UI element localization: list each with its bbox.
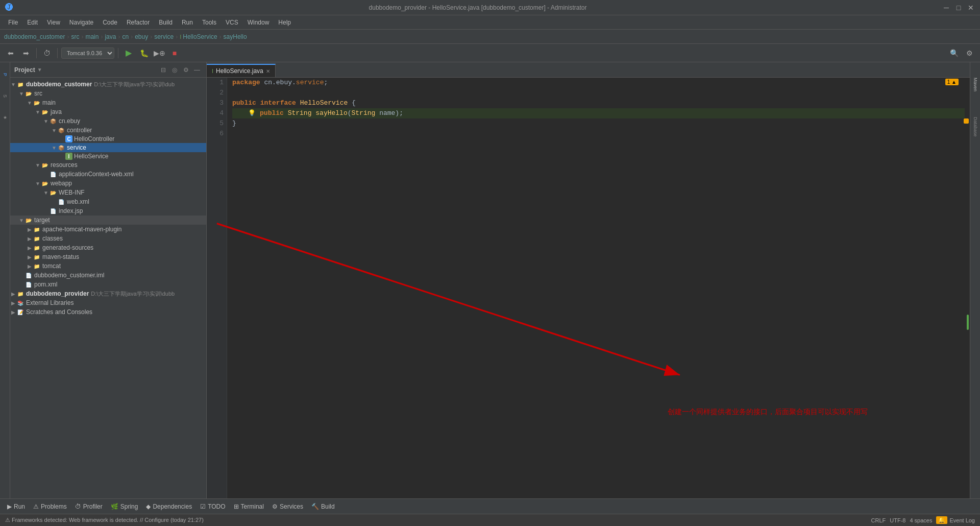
tree-item-src[interactable]: ▼ 📂 src	[10, 89, 206, 98]
tree-item-tomcat[interactable]: ▶ 📁 tomcat	[10, 261, 206, 271]
locate-file-button[interactable]: ◎	[169, 65, 180, 75]
indent[interactable]: 4 spaces	[910, 517, 932, 523]
event-log-button[interactable]: 🔔 Event Log	[936, 516, 975, 524]
line-ending[interactable]: CRLF	[871, 517, 886, 523]
editor-area: I HelloService.java ✕ 1 2 3 4 5 6	[207, 62, 970, 498]
tree-item-hello-service[interactable]: ▶ I HelloService	[10, 152, 206, 160]
tree-item-hello-controller[interactable]: ▶ C HelloController	[10, 135, 206, 143]
code-lines[interactable]: package cn.ebuy.service; public interfac…	[227, 78, 970, 498]
problems-tool-button[interactable]: ⚠ Problems	[30, 502, 70, 511]
expand-arrow-icon: ▼	[43, 190, 49, 196]
structure-panel-toggle[interactable]: S	[1, 86, 9, 106]
breadcrumb-sayhello[interactable]: sayHello	[224, 33, 247, 40]
minimize-button[interactable]: ─	[942, 4, 950, 12]
tree-item-tomcat-plugin[interactable]: ▶ 📁 apache-tomcat-maven-plugin	[10, 225, 206, 234]
project-dropdown[interactable]: Project ▼	[14, 66, 42, 74]
breadcrumb-helloservice[interactable]: HelloService	[183, 33, 217, 40]
class-icon: C	[65, 135, 72, 142]
close-button[interactable]: ✕	[967, 4, 975, 12]
tree-item-appcontext-xml[interactable]: ▶ 📄 applicationContext-web.xml	[10, 170, 206, 179]
coverage-button[interactable]: ▶⊕	[153, 46, 166, 60]
terminal-tool-button[interactable]: ⊞ Terminal	[231, 502, 267, 511]
breadcrumb-service[interactable]: service	[154, 33, 174, 40]
tree-item-classes[interactable]: ▶ 📁 classes	[10, 234, 206, 243]
stop-button[interactable]: ■	[168, 46, 181, 60]
tree-item-java[interactable]: ▼ 📂 java	[10, 107, 206, 116]
encoding[interactable]: UTF-8	[890, 517, 905, 523]
breadcrumb-main[interactable]: main	[85, 33, 99, 40]
tree-item-web-xml[interactable]: ▶ 📄 web.xml	[10, 197, 206, 206]
breadcrumb-java[interactable]: java	[105, 33, 116, 40]
breadcrumb-project[interactable]: dubbodemo_customer	[4, 33, 65, 40]
tree-item-dubbodemo-provider[interactable]: ▶ 📁 dubbodemo_provider D:\大三下学期java学习\实训…	[10, 289, 206, 298]
framework-warning[interactable]: ⚠ Frameworks detected: Web framework is …	[5, 517, 204, 523]
panel-settings-button[interactable]: ⚙	[181, 65, 191, 75]
menu-run[interactable]: Run	[178, 17, 197, 28]
tree-item-target[interactable]: ▼ 📂 target	[10, 216, 206, 225]
breadcrumb-ebuy[interactable]: ebuy	[135, 33, 148, 40]
breadcrumb-src[interactable]: src	[71, 33, 79, 40]
menu-refactor[interactable]: Refactor	[122, 17, 154, 28]
menu-code[interactable]: Code	[99, 17, 121, 28]
tree-item-resources[interactable]: ▼ 📂 resources	[10, 160, 206, 170]
code-editor[interactable]: 1 2 3 4 5 6 package cn.ebuy.service;	[207, 78, 970, 498]
recent-files-button[interactable]: ⏱	[40, 46, 54, 60]
run-configuration-select[interactable]: Tomcat 9.0.36	[61, 47, 114, 59]
dependencies-tool-button[interactable]: ◆ Dependencies	[143, 502, 195, 511]
menu-edit[interactable]: Edit	[23, 17, 42, 28]
database-panel-toggle[interactable]: Database	[971, 106, 980, 147]
menu-window[interactable]: Window	[243, 17, 274, 28]
expand-arrow-icon: ▶	[10, 300, 16, 306]
expand-arrow-icon: ▶	[27, 245, 33, 251]
run-button[interactable]: ▶	[122, 46, 135, 60]
bottom-toolbar: ▶ Run ⚠ Problems ⏱ Profiler 🌿 Spring ◆ D…	[0, 498, 980, 514]
settings-button[interactable]: ⚙	[963, 46, 976, 60]
todo-tool-button[interactable]: ☑ TODO	[197, 502, 228, 511]
tree-item-service[interactable]: ▼ 📦 service	[10, 143, 206, 152]
collapse-all-button[interactable]: ⊟	[158, 65, 168, 75]
resources-folder-icon: 📂	[41, 161, 49, 169]
profiler-tool-button[interactable]: ⏱ Profiler	[72, 502, 106, 511]
tree-item-cn-ebuy[interactable]: ▼ 📦 cn.ebuy	[10, 116, 206, 126]
menu-vcs[interactable]: VCS	[222, 17, 242, 28]
run-tool-button[interactable]: ▶ Run	[4, 502, 28, 511]
spring-tool-button[interactable]: 🌿 Spring	[108, 502, 141, 511]
menu-view[interactable]: View	[43, 17, 64, 28]
favorites-panel-toggle[interactable]: ★	[1, 107, 9, 128]
tree-item-controller[interactable]: ▼ 📦 controller	[10, 126, 206, 135]
package-icon: 📦	[49, 117, 57, 125]
expand-arrow-icon: ▼	[51, 145, 57, 151]
tree-item-generated-sources[interactable]: ▶ 📁 generated-sources	[10, 243, 206, 252]
tree-item-maven-status[interactable]: ▶ 📁 maven-status	[10, 252, 206, 261]
search-button[interactable]: 🔍	[947, 46, 961, 60]
panel-close-button[interactable]: —	[192, 65, 202, 75]
tree-item-main[interactable]: ▼ 📂 main	[10, 98, 206, 107]
tree-item-web-inf[interactable]: ▼ 📂 WEB-INF	[10, 188, 206, 197]
tree-item-index-jsp[interactable]: ▶ 📄 index.jsp	[10, 206, 206, 216]
folder-icon: 📁	[33, 244, 41, 252]
menu-build[interactable]: Build	[155, 17, 177, 28]
menu-help[interactable]: Help	[274, 17, 295, 28]
tree-item-scratches[interactable]: ▶ 📝 Scratches and Consoles	[10, 307, 206, 317]
forward-button[interactable]: ➡	[19, 46, 33, 60]
tree-item-pom[interactable]: ▶ 📄 pom.xml	[10, 280, 206, 289]
tab-helloservice[interactable]: I HelloService.java ✕	[207, 64, 276, 77]
expand-arrow-icon: ▼	[43, 118, 49, 124]
tree-item-dubbodemo-customer[interactable]: ▼ 📁 dubbodemo_customer D:\大三下学期java学习\实训…	[10, 80, 206, 89]
menu-navigate[interactable]: Navigate	[65, 17, 97, 28]
debug-button[interactable]: 🐛	[137, 46, 151, 60]
tab-close-icon[interactable]: ✕	[266, 68, 270, 74]
package-icon: 📦	[57, 126, 65, 134]
tree-item-webapp[interactable]: ▼ 📂 webapp	[10, 179, 206, 188]
tree-item-external-libs[interactable]: ▶ 📚 External Libraries	[10, 298, 206, 307]
maven-panel-toggle[interactable]: Maven	[971, 64, 980, 105]
maximize-button[interactable]: □	[954, 4, 963, 12]
back-button[interactable]: ⬅	[4, 46, 17, 60]
project-panel-toggle[interactable]: P	[1, 64, 9, 85]
build-tool-button[interactable]: 🔨 Build	[308, 502, 338, 511]
menu-tools[interactable]: Tools	[198, 17, 220, 28]
breadcrumb-cn[interactable]: cn	[122, 33, 129, 40]
tree-item-iml[interactable]: ▶ 📄 dubbodemo_customer.iml	[10, 271, 206, 280]
services-tool-button[interactable]: ⚙ Services	[269, 502, 306, 511]
menu-file[interactable]: File	[4, 17, 22, 28]
